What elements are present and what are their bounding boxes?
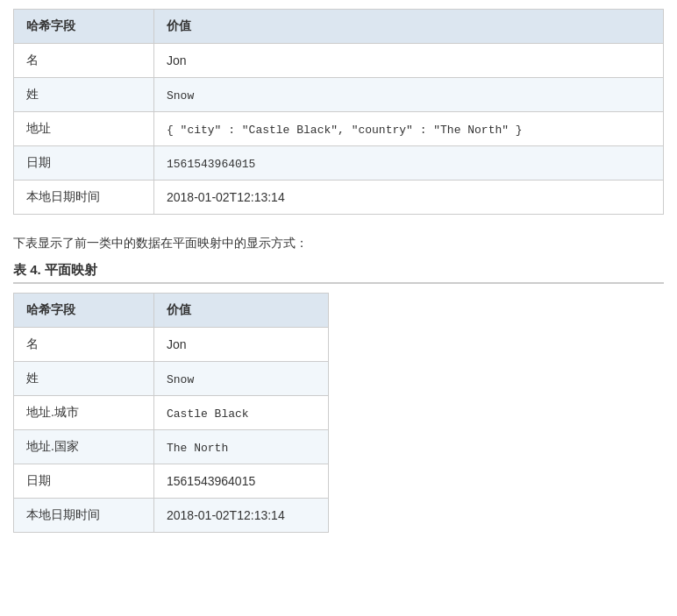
description-text: 下表显示了前一类中的数据在平面映射中的显示方式： — [13, 236, 664, 251]
table2-value-cell: 1561543964015 — [154, 464, 329, 499]
table2-field-cell: 姓 — [14, 362, 154, 396]
table2-field-cell: 地址.城市 — [14, 396, 154, 430]
table-row: 姓Snow — [14, 78, 664, 112]
table2-field-cell: 名 — [14, 328, 154, 362]
table2-title: 表 4. 平面映射 — [13, 262, 664, 284]
table2-value-cell: Castle Black — [154, 396, 329, 430]
table1-section: 哈希字段 价值 名Jon姓Snow地址{ "city" : "Castle Bl… — [13, 9, 664, 215]
table2-field-cell: 地址.国家 — [14, 430, 154, 464]
table2-section: 表 4. 平面映射 哈希字段 价值 名Jon姓Snow地址.城市Castle B… — [13, 262, 664, 533]
table1-field-cell: 日期 — [14, 146, 154, 181]
table1-field-cell: 名 — [14, 44, 154, 78]
table1-value-cell: Jon — [154, 44, 664, 78]
table1-field-cell: 本地日期时间 — [14, 181, 154, 215]
table2-field-cell: 日期 — [14, 464, 154, 499]
table2-col-field: 哈希字段 — [14, 294, 154, 328]
table-row: 地址.城市Castle Black — [14, 396, 329, 430]
table2-value-cell: The North — [154, 430, 329, 464]
table1-value-cell: Snow — [154, 78, 664, 112]
table-row: 日期1561543964015 — [14, 464, 329, 499]
table1-value-cell: { "city" : "Castle Black", "country" : "… — [154, 112, 664, 146]
table1-field-cell: 姓 — [14, 78, 154, 112]
table-row: 地址{ "city" : "Castle Black", "country" :… — [14, 112, 664, 146]
table1-value-cell: 2018-01-02T12:13:14 — [154, 181, 664, 215]
table1-col-field: 哈希字段 — [14, 10, 154, 44]
table-row: 日期1561543964015 — [14, 146, 664, 181]
table2-field-cell: 本地日期时间 — [14, 499, 154, 533]
table2-value-cell: Jon — [154, 328, 329, 362]
table2-value-cell: Snow — [154, 362, 329, 396]
table2: 哈希字段 价值 名Jon姓Snow地址.城市Castle Black地址.国家T… — [13, 293, 329, 533]
table-row: 名Jon — [14, 44, 664, 78]
table-row: 名Jon — [14, 328, 329, 362]
table-row: 本地日期时间2018-01-02T12:13:14 — [14, 181, 664, 215]
table-row: 本地日期时间2018-01-02T12:13:14 — [14, 499, 329, 533]
table2-value-cell: 2018-01-02T12:13:14 — [154, 499, 329, 533]
table1: 哈希字段 价值 名Jon姓Snow地址{ "city" : "Castle Bl… — [13, 9, 664, 215]
table2-col-value: 价值 — [154, 294, 329, 328]
table1-value-cell: 1561543964015 — [154, 146, 664, 181]
table1-field-cell: 地址 — [14, 112, 154, 146]
table-row: 地址.国家The North — [14, 430, 329, 464]
table-row: 姓Snow — [14, 362, 329, 396]
table1-col-value: 价值 — [154, 10, 664, 44]
